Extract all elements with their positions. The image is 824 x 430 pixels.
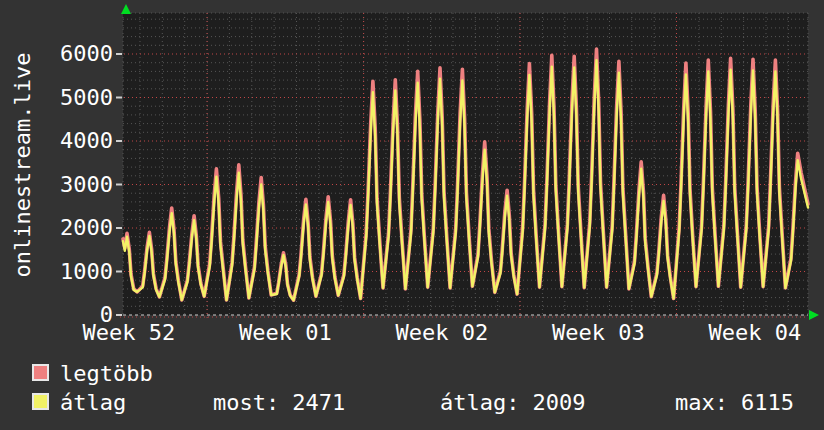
y-tick-label-4000: 4000 — [0, 130, 113, 152]
stat-max-label: max: — [675, 391, 728, 415]
stat-most: most:2471 — [213, 391, 345, 415]
legend-swatch-legtobb — [32, 364, 49, 381]
stat-max-value: 6115 — [741, 391, 794, 415]
stat-most-label: most: — [213, 391, 279, 415]
y-tick-label-2000: 2000 — [0, 217, 113, 239]
legend-label-atlag: átlag — [60, 391, 126, 415]
stat-atlag-value: 2009 — [532, 391, 585, 415]
stat-most-value: 2471 — [292, 391, 345, 415]
y-tick-label-1000: 1000 — [0, 261, 113, 283]
x-tick-label-week-52: Week 52 — [59, 321, 199, 345]
legend-label-legtobb: legtöbb — [60, 362, 153, 386]
y-tick-label-3000: 3000 — [0, 174, 113, 196]
x-axis-arrow-icon — [809, 310, 819, 320]
x-tick-label-week-01: Week 01 — [215, 321, 355, 345]
x-tick-label-week-04: Week 04 — [685, 321, 824, 345]
stat-atlag: átlag:2009 — [440, 391, 585, 415]
legend-swatch-atlag — [32, 393, 49, 410]
stat-atlag-label: átlag: — [440, 391, 519, 415]
y-tick-label-5000: 5000 — [0, 87, 113, 109]
y-axis-arrow-icon — [121, 4, 131, 14]
rrd-graph-window: onlinestream.live 0100020003000400050006… — [0, 0, 824, 430]
x-tick-label-week-03: Week 03 — [528, 321, 668, 345]
chart-canvas — [0, 0, 824, 362]
y-tick-label-6000: 6000 — [0, 43, 113, 65]
stat-max: max:6115 — [675, 391, 794, 415]
x-tick-label-week-02: Week 02 — [372, 321, 512, 345]
